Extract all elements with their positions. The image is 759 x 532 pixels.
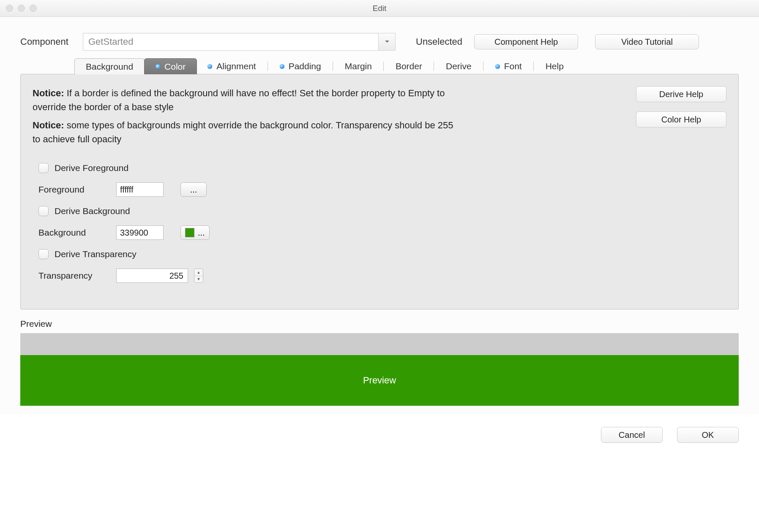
background-input[interactable]	[116, 225, 164, 240]
zoom-icon[interactable]	[30, 5, 37, 12]
notice-border: Notice: If a border is defined the backg…	[33, 86, 455, 114]
tab-font[interactable]: Font	[484, 58, 533, 74]
tab-border[interactable]: Border	[385, 58, 433, 74]
preview-text: Preview	[363, 375, 396, 386]
header-row: Component GetStarted Unselected Componen…	[20, 25, 739, 51]
derive-help-button[interactable]: Derive Help	[636, 86, 726, 102]
cancel-button[interactable]: Cancel	[601, 427, 663, 443]
notice-transparency: Notice: some types of backgrounds might …	[33, 118, 455, 146]
tab-color[interactable]: Color	[144, 58, 197, 74]
ok-button[interactable]: OK	[677, 427, 739, 443]
background-label: Background	[38, 228, 110, 238]
derive-foreground-checkbox[interactable]	[38, 163, 49, 173]
tab-separator	[333, 62, 333, 71]
tab-alignment-label: Alignment	[216, 61, 256, 71]
preview-label: Preview	[20, 319, 739, 329]
override-dot-icon	[495, 64, 500, 69]
close-icon[interactable]	[6, 5, 13, 12]
tab-margin-label: Margin	[345, 61, 372, 71]
component-help-button[interactable]: Component Help	[474, 34, 578, 49]
tab-background[interactable]: Background	[74, 58, 145, 74]
tab-separator	[383, 62, 384, 71]
foreground-picker-button[interactable]: ...	[180, 182, 207, 197]
unselected-label: Unselected	[416, 36, 462, 47]
component-input[interactable]: GetStarted	[83, 33, 379, 51]
tab-background-label: Background	[86, 62, 133, 72]
tab-padding-label: Padding	[289, 61, 321, 71]
ellipsis-icon: ...	[190, 185, 197, 195]
tab-separator	[268, 62, 268, 71]
tabs: Background Color Alignment Padding Margi…	[74, 58, 739, 74]
preview-bar-bottom: Preview	[20, 355, 739, 406]
foreground-label: Foreground	[38, 185, 110, 195]
tab-margin[interactable]: Margin	[334, 58, 383, 74]
spinner-up-icon[interactable]: ▲	[194, 269, 203, 276]
tab-help[interactable]: Help	[535, 58, 575, 74]
footer: Cancel OK	[0, 414, 759, 456]
override-dot-icon	[280, 64, 284, 69]
tab-padding[interactable]: Padding	[269, 58, 332, 74]
transparency-label: Transparency	[38, 271, 110, 281]
tab-border-label: Border	[396, 61, 422, 71]
chevron-down-icon	[385, 40, 390, 43]
tab-font-label: Font	[504, 61, 522, 71]
tab-derive-label: Derive	[446, 61, 472, 71]
tab-separator	[483, 62, 483, 71]
video-tutorial-button[interactable]: Video Tutorial	[595, 34, 699, 49]
transparency-input[interactable]	[116, 269, 188, 283]
component-value: GetStarted	[88, 36, 133, 47]
derive-background-checkbox[interactable]	[38, 206, 49, 216]
override-dot-icon	[207, 64, 212, 69]
preview-area: Preview	[20, 333, 739, 406]
override-dot-icon	[156, 64, 160, 69]
transparency-spinner[interactable]: ▲ ▼	[194, 269, 203, 283]
component-label: Component	[20, 36, 75, 47]
derive-foreground-label: Derive Foreground	[55, 163, 128, 173]
tab-alignment[interactable]: Alignment	[197, 58, 267, 74]
background-swatch	[185, 228, 194, 237]
window-title: Edit	[373, 4, 387, 13]
component-dropdown-button[interactable]	[379, 33, 396, 51]
minimize-icon[interactable]	[18, 5, 25, 12]
spinner-down-icon[interactable]: ▼	[194, 276, 203, 283]
background-picker-button[interactable]: ...	[180, 225, 210, 240]
ellipsis-icon: ...	[198, 228, 205, 238]
derive-background-label: Derive Background	[55, 206, 130, 216]
derive-transparency-label: Derive Transparency	[55, 249, 137, 259]
preview-bar-top	[20, 333, 739, 355]
tab-color-label: Color	[164, 62, 186, 72]
tab-help-label: Help	[546, 61, 564, 71]
panel-color: Notice: If a border is defined the backg…	[20, 74, 739, 309]
color-help-button[interactable]: Color Help	[636, 111, 726, 128]
titlebar: Edit	[0, 0, 759, 17]
tab-separator	[434, 62, 434, 71]
traffic-lights	[6, 5, 37, 12]
tab-separator	[533, 62, 534, 71]
derive-transparency-checkbox[interactable]	[38, 249, 49, 259]
notices: Notice: If a border is defined the backg…	[33, 86, 455, 150]
tab-derive[interactable]: Derive	[435, 58, 483, 74]
foreground-input[interactable]	[116, 182, 164, 197]
